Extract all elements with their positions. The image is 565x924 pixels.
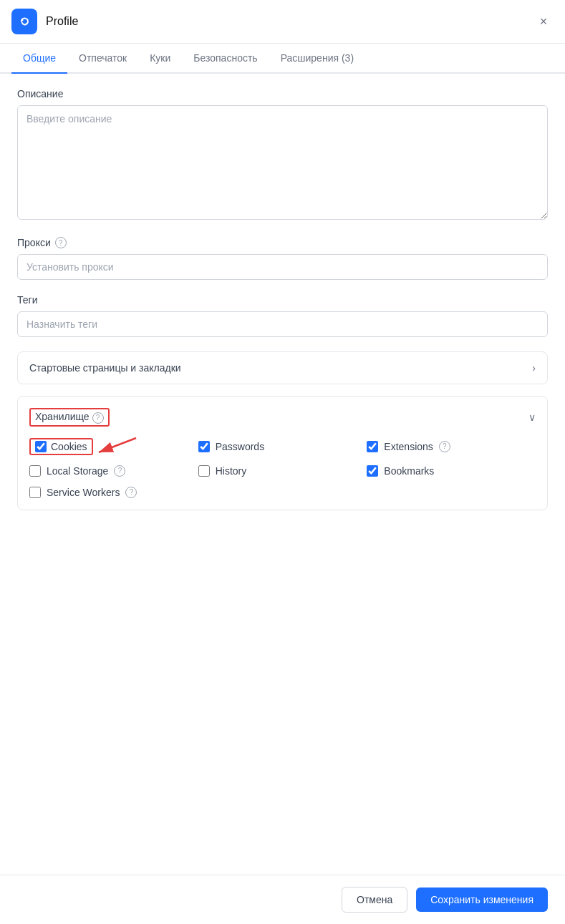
tags-field-group: Теги bbox=[17, 294, 548, 337]
content-area: Описание Прокси ? Теги Стартовые страниц… bbox=[0, 74, 565, 875]
svg-point-1 bbox=[21, 19, 24, 21]
tab-extensions[interactable]: Расширения (3) bbox=[269, 44, 365, 74]
proxy-label: Прокси ? bbox=[17, 237, 548, 248]
annotation-arrow bbox=[93, 432, 150, 461]
storage-title: Хранилище ? bbox=[29, 408, 110, 427]
tags-input[interactable] bbox=[17, 311, 548, 337]
startup-chevron-icon: › bbox=[532, 362, 536, 374]
cookies-label: Cookies bbox=[51, 441, 87, 452]
storage-title-box: Хранилище ? bbox=[29, 408, 110, 427]
history-label: History bbox=[216, 465, 247, 477]
history-checkbox[interactable] bbox=[198, 465, 210, 477]
cancel-button[interactable]: Отмена bbox=[342, 887, 407, 913]
tab-fingerprint[interactable]: Отпечаток bbox=[67, 44, 138, 74]
description-textarea[interactable] bbox=[17, 105, 548, 220]
service-workers-item: Service Workers ? bbox=[29, 487, 198, 498]
cookies-box: Cookies bbox=[29, 438, 93, 455]
tab-security[interactable]: Безопасность bbox=[182, 44, 269, 74]
tab-general[interactable]: Общие bbox=[11, 44, 67, 74]
tabs-bar: Общие Отпечаток Куки Безопасность Расшир… bbox=[0, 44, 565, 74]
description-field-group: Описание bbox=[17, 88, 548, 223]
history-item: History bbox=[198, 465, 367, 477]
close-button[interactable]: × bbox=[533, 11, 554, 31]
logo-icon bbox=[11, 9, 37, 34]
tab-cookies[interactable]: Куки bbox=[138, 44, 182, 74]
profile-title-input[interactable]: Profile bbox=[46, 15, 525, 28]
footer: Отмена Сохранить изменения bbox=[0, 875, 565, 924]
local-storage-item: Local Storage ? bbox=[29, 465, 198, 477]
startup-section-header[interactable]: Стартовые страницы и закладки › bbox=[18, 352, 547, 384]
save-button[interactable]: Сохранить изменения bbox=[416, 887, 548, 912]
service-workers-checkbox[interactable] bbox=[29, 487, 41, 498]
startup-section-label: Стартовые страницы и закладки bbox=[29, 362, 181, 374]
proxy-field-group: Прокси ? bbox=[17, 237, 548, 280]
svg-line-3 bbox=[99, 438, 136, 452]
storage-collapse-icon[interactable]: ∨ bbox=[528, 412, 536, 423]
local-storage-help-icon[interactable]: ? bbox=[114, 465, 125, 477]
startup-section[interactable]: Стартовые страницы и закладки › bbox=[17, 351, 548, 384]
storage-header: Хранилище ? ∨ bbox=[29, 408, 536, 427]
extensions-help-icon[interactable]: ? bbox=[439, 441, 450, 452]
extensions-label: Extensions bbox=[384, 441, 433, 452]
local-storage-checkbox[interactable] bbox=[29, 465, 41, 477]
bookmarks-checkbox[interactable] bbox=[367, 465, 378, 477]
bookmarks-item: Bookmarks bbox=[367, 465, 536, 477]
storage-help-icon[interactable]: ? bbox=[92, 412, 104, 424]
service-workers-help-icon[interactable]: ? bbox=[125, 487, 137, 498]
passwords-checkbox[interactable] bbox=[198, 441, 210, 452]
bookmarks-label: Bookmarks bbox=[384, 465, 434, 477]
storage-checkboxes: Cookies Passwords bbox=[29, 438, 536, 498]
proxy-input[interactable] bbox=[17, 254, 548, 280]
description-label: Описание bbox=[17, 88, 548, 99]
svg-point-0 bbox=[17, 14, 32, 29]
header: Profile × bbox=[0, 0, 565, 44]
local-storage-label: Local Storage bbox=[47, 465, 108, 477]
storage-section: Хранилище ? ∨ Cookies bbox=[17, 396, 548, 510]
extensions-item: Extensions ? bbox=[367, 438, 536, 455]
proxy-help-icon[interactable]: ? bbox=[55, 237, 67, 248]
cookies-checkbox[interactable] bbox=[35, 441, 47, 452]
passwords-label: Passwords bbox=[216, 441, 264, 452]
cookies-item: Cookies bbox=[29, 438, 198, 455]
passwords-item: Passwords bbox=[198, 438, 367, 455]
tags-label: Теги bbox=[17, 294, 548, 306]
extensions-checkbox[interactable] bbox=[367, 441, 378, 452]
service-workers-label: Service Workers bbox=[47, 487, 120, 498]
